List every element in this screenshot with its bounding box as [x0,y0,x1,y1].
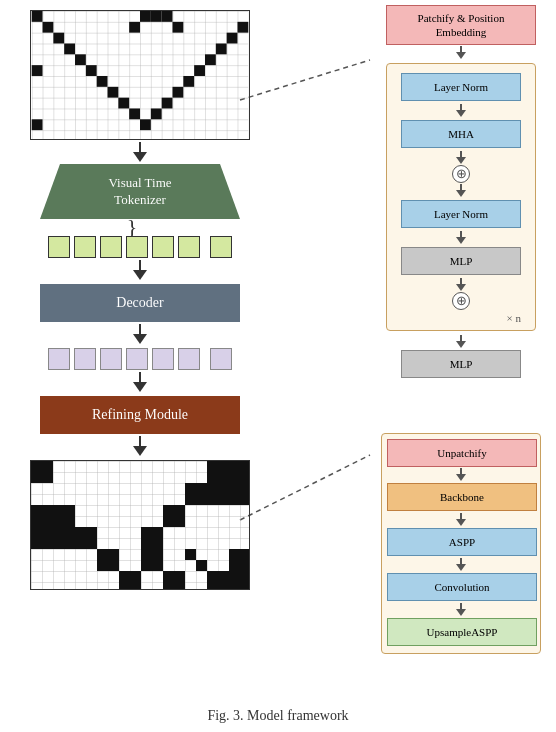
mlp-outer-box: MLP [401,350,521,378]
svg-rect-35 [97,549,119,571]
out-token-5 [152,348,174,370]
layer-norm-1-box: Layer Norm [401,73,521,101]
patch-embed-label: Patchify & PositionEmbedding [418,11,505,40]
decoder-label: Decoder [116,295,163,311]
svg-rect-5 [151,11,162,22]
svg-rect-4 [140,11,151,22]
out-token-3 [100,348,122,370]
svg-rect-44 [185,549,196,560]
svg-rect-39 [185,483,207,505]
svg-rect-41 [31,461,53,483]
svg-rect-7 [32,11,43,22]
figure-caption: Fig. 3. Model framework [0,708,556,724]
svg-rect-8 [43,22,54,33]
patch-embed-box: Patchify & PositionEmbedding [386,5,536,45]
bottom-grid-pattern [30,460,250,590]
svg-rect-10 [64,43,75,54]
svg-rect-23 [205,54,216,65]
svg-rect-34 [75,527,97,549]
arrow-mha [395,151,527,164]
refine-detail-block: Unpatchify Backbone ASPP [381,433,541,654]
right-top-column: Patchify & PositionEmbedding Layer Norm … [376,5,546,380]
svg-rect-42 [141,549,163,571]
arrow-4 [133,372,147,392]
arrow-2 [133,260,147,280]
svg-rect-38 [163,505,185,527]
svg-rect-33 [31,505,75,549]
svg-rect-18 [151,108,162,119]
aspp-box: ASPP [387,528,537,556]
output-token-row [48,348,232,370]
mlp-inner-box: MLP [401,247,521,275]
svg-rect-28 [32,119,43,130]
plus-circle-1: ⊕ [452,165,470,183]
curly-brace: } [40,221,240,232]
arrow-5 [133,436,147,456]
svg-rect-16 [129,108,140,119]
layer-norm-2-box: Layer Norm [401,200,521,228]
backbone-box: Backbone [387,483,537,511]
svg-rect-37 [141,527,163,549]
token-special [210,236,232,258]
svg-rect-22 [194,65,205,76]
upsample-label: UpsampleASPP [427,626,498,638]
svg-rect-40 [207,461,250,505]
arrow-norm2 [395,231,527,244]
mlp-outer-label: MLP [450,358,473,370]
svg-rect-9 [53,33,64,44]
arrow-conv [387,603,535,616]
arrow-plus1 [395,184,527,197]
aspp-label: ASPP [449,536,475,548]
backbone-label: Backbone [440,491,484,503]
svg-rect-19 [162,98,173,109]
out-token-2 [74,348,96,370]
token-2 [74,236,96,258]
svg-rect-43 [163,571,185,590]
left-column: Visual TimeTokenizer } Decoder [20,10,260,590]
right-bottom-column: Unpatchify Backbone ASPP [376,430,546,657]
svg-rect-24 [216,43,227,54]
mlp-inner-label: MLP [450,255,473,267]
arrow-right-1 [376,46,546,59]
out-token-special [210,348,232,370]
arrow-norm1 [395,104,527,117]
upsample-box: UpsampleASPP [387,618,537,646]
main-container: Visual TimeTokenizer } Decoder [0,0,556,732]
svg-rect-27 [32,65,43,76]
plus-circle-2: ⊕ [452,292,470,310]
out-token-1 [48,348,70,370]
svg-rect-36 [119,571,141,590]
arrow-unp [387,468,535,481]
token-3 [100,236,122,258]
svg-rect-26 [237,22,248,33]
svg-rect-45 [196,560,207,571]
mha-box: MHA [401,120,521,148]
svg-rect-46 [207,571,250,590]
svg-rect-12 [86,65,97,76]
svg-rect-11 [75,54,86,65]
arrow-bb [387,513,535,526]
refining-label: Refining Module [92,407,188,423]
caption-text: Fig. 3. Model framework [207,708,348,723]
arrow-right-2 [376,335,546,348]
tokenizer-label: Visual TimeTokenizer [108,175,171,209]
unpatchify-box: Unpatchify [387,439,537,467]
svg-rect-15 [118,98,129,109]
arrow-3 [133,324,147,344]
svg-rect-17 [140,119,151,130]
layer-norm-2-label: Layer Norm [434,208,488,220]
arrow-aspp [387,558,535,571]
decoder-box: Decoder [40,284,240,322]
svg-rect-20 [172,87,183,98]
token-1 [48,236,70,258]
svg-rect-25 [227,33,238,44]
transformer-block: Layer Norm MHA ⊕ La [386,63,536,331]
refining-box: Refining Module [40,396,240,434]
tokens-section: } [30,221,250,258]
svg-rect-47 [229,549,250,571]
out-token-4 [126,348,148,370]
out-token-6 [178,348,200,370]
arrow-1 [133,142,147,162]
unpatchify-label: Unpatchify [437,447,486,459]
token-5 [152,236,174,258]
